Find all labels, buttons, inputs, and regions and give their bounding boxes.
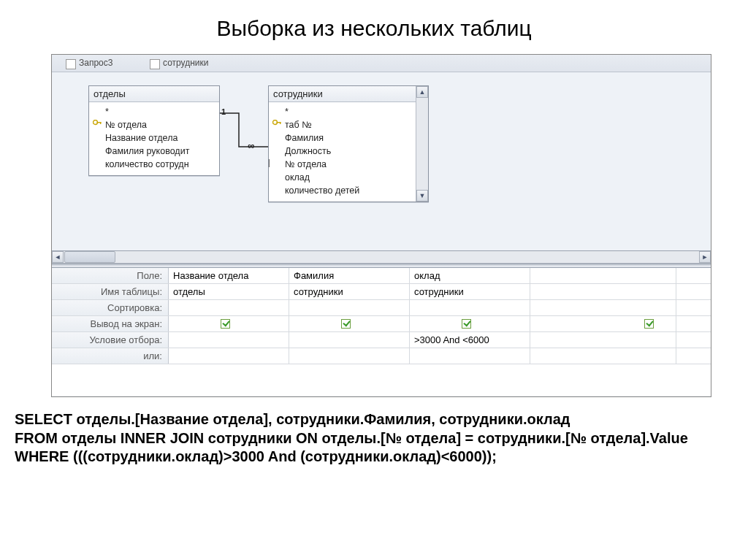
grid-row-criteria: Условие отбора: >3000 And <6000 [52, 332, 711, 348]
grid-cell[interactable]: сотрудники [289, 284, 410, 299]
grid-cell[interactable] [530, 268, 676, 283]
grid-cell[interactable] [169, 348, 289, 364]
grid-cell[interactable] [169, 316, 289, 331]
grid-cell[interactable]: сотрудники [410, 284, 530, 299]
grid-cell[interactable] [169, 300, 289, 315]
grid-cell[interactable]: оклад [410, 268, 530, 283]
grid-cell[interactable]: Название отдела [169, 268, 289, 283]
field-manager[interactable]: Фамилия руководит [92, 145, 216, 158]
expand-icon[interactable]: + [269, 159, 270, 167]
grid-cell[interactable] [169, 332, 289, 348]
grid-cell[interactable] [289, 300, 410, 315]
cardinality-many-icon: ∞ [248, 140, 253, 151]
show-checkbox[interactable] [644, 319, 654, 329]
slide-title: Выборка из нескольких таблиц [0, 16, 748, 41]
grid-row-table: Имя таблицы: отделы сотрудники сотрудник… [52, 284, 711, 300]
grid-cell[interactable] [289, 348, 410, 364]
scroll-thumb[interactable] [64, 251, 115, 263]
access-query-designer: Запрос3 сотрудники отделы * № отдела Наз… [51, 54, 711, 397]
grid-cell[interactable] [530, 284, 676, 299]
show-checkbox[interactable] [341, 319, 351, 329]
relationship-pane[interactable]: отделы * № отдела Название отдела Фамили… [52, 72, 711, 251]
pane-horizontal-scrollbar[interactable]: ◄ ► [52, 251, 711, 264]
field-count[interactable]: количество сотрудн [92, 158, 216, 171]
row-label: Условие отбора: [52, 332, 169, 348]
grid-row-sort: Сортировка: [52, 300, 711, 316]
field-star[interactable]: * [272, 105, 415, 118]
field-dept-name[interactable]: Название отдела [92, 131, 216, 145]
table-scrollbar[interactable]: ▲ ▼ [416, 86, 428, 202]
qbe-grid: Поле: Название отдела Фамилия оклад Имя … [52, 268, 711, 396]
primary-key-icon [93, 120, 102, 129]
scroll-up-icon[interactable]: ▲ [416, 86, 428, 98]
field-surname[interactable]: Фамилия [272, 131, 415, 145]
document-tab-strip: Запрос3 сотрудники [52, 55, 711, 72]
svg-rect-5 [280, 122, 280, 124]
tab-employees[interactable]: сотрудники [147, 56, 214, 71]
sql-line: SELECT отделы.[Название отдела], сотрудн… [15, 410, 733, 429]
tab-query[interactable]: Запрос3 [63, 56, 118, 71]
grid-cell[interactable] [289, 316, 410, 331]
table-header[interactable]: сотрудники [269, 86, 428, 102]
scroll-right-icon[interactable]: ► [699, 251, 711, 263]
grid-cell[interactable] [530, 348, 676, 364]
row-label: Имя таблицы: [52, 284, 169, 299]
cardinality-one: 1 [221, 107, 226, 116]
sql-text: SELECT отделы.[Название отдела], сотрудн… [15, 410, 733, 467]
row-label: Вывод на экран: [52, 316, 169, 331]
table-box-employees[interactable]: сотрудники * таб № Фамилия Должность + №… [268, 85, 429, 202]
scroll-down-icon[interactable]: ▼ [416, 190, 428, 202]
grid-row-field: Поле: Название отдела Фамилия оклад [52, 268, 711, 284]
grid-row-show: Вывод на экран: [52, 316, 711, 332]
sql-line: WHERE (((сотрудники.оклад)>3000 And (сот… [15, 448, 733, 467]
primary-key-icon [272, 120, 282, 129]
grid-row-or: или: [52, 348, 711, 364]
grid-cell[interactable] [410, 316, 530, 331]
row-label: Поле: [52, 268, 169, 283]
grid-cell[interactable] [530, 300, 676, 315]
grid-cell[interactable]: >3000 And <6000 [410, 332, 530, 348]
show-checkbox[interactable] [462, 319, 471, 329]
row-label: Сортировка: [52, 300, 169, 315]
grid-cell[interactable] [410, 300, 530, 315]
field-star[interactable]: * [92, 105, 216, 118]
grid-cell[interactable] [530, 332, 676, 348]
show-checkbox[interactable] [221, 319, 230, 329]
table-header[interactable]: отделы [89, 86, 219, 102]
grid-cell[interactable]: отделы [169, 284, 289, 299]
scroll-left-icon[interactable]: ◄ [52, 251, 64, 263]
table-box-departments[interactable]: отделы * № отдела Название отдела Фамили… [88, 85, 220, 176]
grid-cell[interactable] [530, 316, 676, 331]
field-children[interactable]: количество детей [272, 184, 415, 197]
field-salary[interactable]: оклад [272, 171, 415, 184]
sql-line: FROM отделы INNER JOIN сотрудники ON отд… [15, 429, 733, 448]
field-emp-id[interactable]: таб № [272, 118, 415, 131]
svg-rect-2 [100, 122, 101, 124]
field-position[interactable]: Должность [272, 145, 415, 158]
grid-cell[interactable]: Фамилия [289, 268, 410, 283]
field-dept-id[interactable]: № отдела [92, 118, 216, 131]
field-dept-fk[interactable]: + № отдела [272, 158, 415, 171]
grid-cell[interactable] [289, 332, 410, 348]
grid-cell[interactable] [410, 348, 530, 364]
row-label: или: [52, 348, 169, 364]
